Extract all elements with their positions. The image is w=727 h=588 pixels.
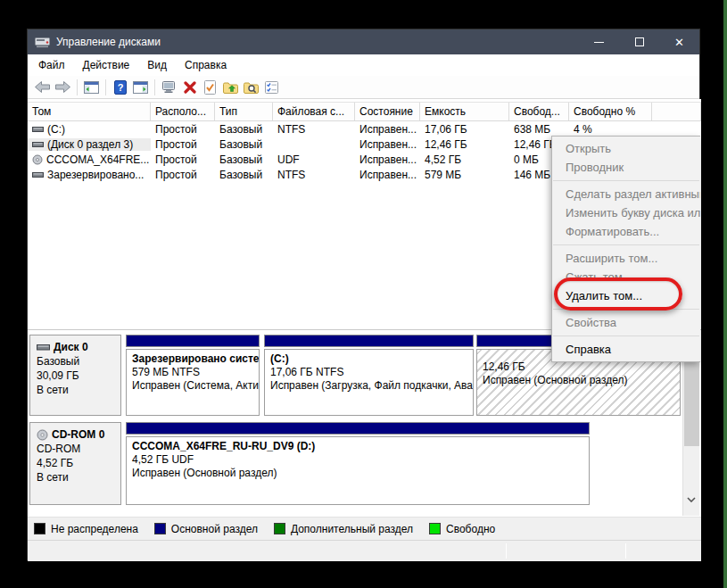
menu-item-change-letter: Изменить букву диска или путь к диску...: [552, 203, 700, 222]
forward-button[interactable]: [53, 78, 73, 97]
statusbar-divider: [625, 543, 626, 559]
cdrom0-size: 4,52 ГБ: [37, 456, 114, 470]
legend-swatch: [429, 523, 441, 534]
menu-item-mark-active: Сделать раздел активным: [552, 185, 700, 203]
close-button[interactable]: ✕: [659, 29, 699, 54]
action-pane-icon: [133, 81, 148, 94]
checklist-button[interactable]: [261, 78, 282, 97]
folder-up-button[interactable]: [220, 78, 241, 97]
disk-volume-icon: [32, 170, 44, 179]
table-row[interactable]: (C:) Простой Базовый NTFS Исправен... 17…: [28, 121, 701, 137]
menu-file[interactable]: Файл: [29, 54, 74, 76]
help-button[interactable]: ?: [110, 78, 130, 97]
menu-item-extend-volume: Расширить том...: [552, 249, 700, 268]
col-layout[interactable]: Располо...: [151, 103, 215, 120]
col-volume[interactable]: Том: [28, 103, 151, 120]
partition-size: 579 МБ NTFS: [132, 366, 253, 379]
legend-swatch: [274, 523, 285, 534]
action-pane-button[interactable]: [130, 78, 151, 97]
volume-list-header: Том Располо... Тип Файловая с... Состоян…: [28, 102, 701, 121]
media-size: 4,52 ГБ UDF: [132, 453, 583, 467]
folder-up-icon: [223, 81, 238, 94]
maximize-icon: [635, 37, 644, 46]
folder-search-button[interactable]: [241, 78, 261, 97]
disk0-type: Базовый: [37, 354, 114, 369]
col-filler: [652, 103, 701, 120]
menu-item-delete-volume[interactable]: Удалить том...: [552, 286, 700, 305]
menu-view[interactable]: Вид: [138, 54, 176, 76]
volume-name: (C:): [47, 123, 65, 136]
disk-management-app-icon: [35, 37, 50, 48]
disk-volume-icon: [32, 125, 44, 134]
delete-icon: [184, 81, 196, 94]
maximize-button[interactable]: [619, 29, 659, 54]
menu-help[interactable]: Справка: [176, 54, 235, 76]
volume-name: CCCOMA_X64FRE...: [46, 153, 149, 166]
back-button[interactable]: [32, 78, 53, 97]
console-tree-button[interactable]: [81, 78, 102, 97]
delete-button[interactable]: [179, 78, 200, 97]
disk0-size: 30,09 ГБ: [37, 369, 114, 383]
check-document-button[interactable]: [200, 78, 220, 97]
col-free-pct[interactable]: Свободно %: [569, 103, 652, 120]
menu-item-help[interactable]: Справка: [552, 340, 700, 359]
help-icon: ?: [114, 80, 127, 95]
forward-icon: [54, 80, 71, 94]
legend-free: Свободно: [429, 523, 495, 535]
legend-primary-partition: Основной раздел: [154, 523, 258, 535]
cdrom0-status: В сети: [37, 470, 114, 484]
legend-swatch: [34, 523, 45, 534]
partition-c-drive[interactable]: (C:) 17,06 ГБ NTFS Исправен (Загрузка, Ф…: [264, 335, 474, 416]
media-label: CCCOMA_X64FRE_RU-RU_DV9 (D:): [132, 440, 583, 453]
volume-name: (Диск 0 раздел 3): [47, 138, 133, 151]
disk0-header[interactable]: Диск 0 Базовый 30,09 ГБ В сети: [29, 335, 121, 416]
col-type[interactable]: Тип: [215, 103, 273, 120]
volume-context-menu: Открыть Проводник Сделать раздел активны…: [551, 136, 700, 362]
disk-icon: [37, 343, 50, 352]
chevron-down-icon: [687, 497, 696, 502]
status-bar: [28, 540, 701, 561]
scrollbar-down-button[interactable]: [687, 493, 696, 505]
cd-icon: [37, 429, 48, 441]
window-title: Управление дисками: [56, 36, 579, 48]
partition-color-bar: [126, 422, 590, 435]
checklist-icon: [265, 81, 278, 94]
toolbar-separator: [105, 79, 106, 95]
cdrom-media-region[interactable]: CCCOMA_X64FRE_RU-RU_DV9 (D:) 4,52 ГБ UDF…: [126, 422, 590, 505]
computer-button[interactable]: [159, 78, 179, 97]
menu-separator: [553, 244, 699, 245]
partition-status: Исправен (Загрузка, Файл подкачки, Ава: [270, 379, 467, 393]
folder-search-icon: [244, 81, 259, 94]
minimize-button[interactable]: [579, 29, 619, 54]
menu-item-explorer: Проводник: [552, 158, 700, 177]
menu-action[interactable]: Действие: [74, 54, 139, 76]
statusbar-divider: [506, 543, 507, 559]
toolbar: ?: [28, 76, 699, 99]
partition-color-bar: [264, 335, 474, 347]
col-status[interactable]: Состояние: [355, 103, 420, 120]
console-tree-icon: [84, 81, 99, 94]
partition-system-reserved[interactable]: Зарезервировано систе 579 МБ NTFS Исправ…: [126, 335, 260, 416]
check-document-icon: [204, 80, 216, 95]
volume-name: Зарезервировано...: [47, 169, 144, 181]
menu-separator: [553, 180, 699, 181]
titlebar: Управление дисками ✕: [28, 29, 699, 54]
partition-label: (C:): [270, 352, 467, 366]
toolbar-separator: [154, 79, 155, 95]
cdrom0-type: CD-ROM: [37, 442, 114, 456]
partition-color-bar: [126, 335, 260, 347]
col-free[interactable]: Свобод...: [509, 103, 569, 120]
close-icon: ✕: [674, 36, 684, 49]
menu-separator: [553, 309, 699, 310]
col-capacity[interactable]: Емкость: [420, 103, 509, 120]
scrollbar-thumb[interactable]: [684, 359, 699, 446]
toolbar-separator: [77, 79, 78, 95]
disk-volume-icon: [32, 140, 44, 149]
legend-unallocated: Не распределена: [34, 523, 138, 535]
partition-size: 12,46 ГБ: [483, 360, 674, 374]
minimize-icon: [594, 42, 604, 43]
cdrom0-header[interactable]: CD-ROM 0 CD-ROM 4,52 ГБ В сети: [29, 422, 121, 505]
partition-status: Исправен (Основной раздел): [483, 374, 674, 387]
col-filesystem[interactable]: Файловая с...: [273, 103, 355, 120]
computer-icon: [161, 80, 178, 94]
